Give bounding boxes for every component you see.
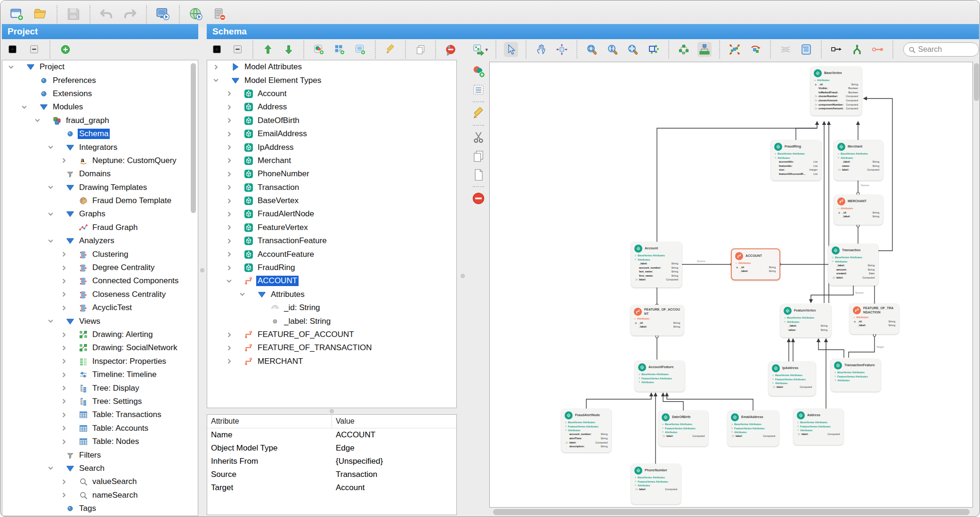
- project-tree-item-neptune-customquery[interactable]: aNeptune: CustomQuery: [2, 154, 198, 167]
- node-section-basevertex-attributes[interactable]: BaseVertex Attributes: [658, 422, 708, 426]
- chevron-right-icon[interactable]: [60, 264, 79, 271]
- chevron-right-icon[interactable]: [226, 224, 244, 231]
- chevron-right-icon[interactable]: [60, 358, 79, 365]
- node-section-basevertex-attributes[interactable]: BaseVertex Attributes: [561, 420, 611, 424]
- node-section-basevertex-attributes[interactable]: BaseVertex Attributes: [635, 372, 685, 376]
- server-stop-button[interactable]: [211, 6, 227, 22]
- node-section-featurevertex-attributes[interactable]: FeatureVertex Attributes: [561, 424, 611, 428]
- chevron-right-icon[interactable]: [60, 291, 79, 298]
- schema-add-grid-button[interactable]: [334, 43, 345, 56]
- project-tree-item-analyzers[interactable]: Analyzers: [2, 234, 198, 247]
- chevron-right-icon[interactable]: [60, 385, 79, 392]
- diagram-node-phonenumber[interactable]: PhoneNumberBaseVertex AttributesFeatureV…: [631, 464, 681, 504]
- schema-edit-pencil-button[interactable]: [385, 43, 396, 56]
- project-tree-item-drawing-socialnetwork[interactable]: Drawing: SocialNetwork: [2, 341, 198, 354]
- chevron-right-icon[interactable]: [226, 197, 244, 205]
- chevron-right-icon[interactable]: [226, 238, 244, 245]
- project-tree-item-table-nodes[interactable]: Table: Nodes: [2, 435, 198, 448]
- schema-edge[interactable]: [663, 393, 683, 410]
- canvas-cursor-button[interactable]: [504, 42, 518, 57]
- schema-tree-item-transaction[interactable]: Transaction: [207, 181, 456, 194]
- node-section-attributes[interactable]: Attributes: [834, 156, 883, 159]
- schema-add-drawing-button[interactable]: [313, 43, 324, 56]
- project-tree-item-drawing-templates[interactable]: Drawing Templates: [2, 181, 198, 194]
- node-section-featurevertex-attributes[interactable]: FeatureVertex Attributes: [831, 374, 881, 378]
- node-section-attributes[interactable]: Attributes: [561, 428, 611, 432]
- project-tree-item-inspector-properties[interactable]: Inspector: Properties: [2, 355, 198, 368]
- project-tree-item-fraud-graph[interactable]: Fraud Graph: [2, 221, 198, 234]
- project-tree-item-filters[interactable]: Filters: [2, 448, 198, 461]
- schema-tree-item-feature-of-transaction[interactable]: FEATURE_OF_TRANSACTION: [207, 341, 456, 354]
- canvas-side-scissors-button[interactable]: [471, 130, 486, 144]
- chevron-right-icon[interactable]: [226, 345, 244, 352]
- project-add-green-button[interactable]: [59, 43, 72, 56]
- canvas-export-button[interactable]: ▾: [473, 42, 488, 57]
- schema-tree-item-feature-of-account[interactable]: FEATURE_OF_ACCOUNT: [207, 328, 456, 341]
- canvas-side-page-button[interactable]: [471, 168, 486, 182]
- canvas-zoom-fit-button[interactable]: [626, 42, 640, 57]
- inspector-row-source[interactable]: SourceTransaction: [207, 468, 456, 481]
- inspector-col-value[interactable]: Value: [332, 415, 456, 428]
- project-tree-item-drawing-alerting[interactable]: Drawing: Alerting: [2, 328, 198, 341]
- schema-canvas-splitter[interactable]: [461, 274, 465, 278]
- canvas-side-edit-pencil-button[interactable]: [471, 107, 486, 121]
- project-expand-all-button[interactable]: [7, 43, 19, 56]
- diagram-node-feature_of_transaction[interactable]: FEATURE_OF_TRANSACTIONAttributes◉_id:Str…: [850, 304, 899, 334]
- chevron-right-icon[interactable]: [226, 264, 244, 271]
- diagram-node-basevertex[interactable]: BaseVertexAttributes◉_id:StringVisible:B…: [810, 66, 862, 115]
- diagram-node-accountfeature[interactable]: AccountFeatureBaseVertex AttributesFeatu…: [635, 361, 685, 392]
- project-tree-item-fraud-graph[interactable]: fraud_graph: [2, 114, 198, 127]
- chevron-right-icon[interactable]: [60, 345, 79, 352]
- canvas-layout-expand-button[interactable]: [728, 42, 742, 57]
- project-tree-item-table-transactions[interactable]: Table: Transactions: [2, 408, 198, 421]
- chevron-right-icon[interactable]: [60, 157, 79, 164]
- chevron-right-icon[interactable]: [226, 104, 244, 111]
- diagram-node-ipaddress[interactable]: IpAddressBaseVertex AttributesFeatureVer…: [769, 361, 816, 396]
- canvas-layout-rotate-button[interactable]: [748, 42, 762, 57]
- project-tree-item-tree-display[interactable]: Tree: Display: [2, 381, 198, 394]
- project-tree-item-integrators[interactable]: Integrators: [2, 140, 198, 154]
- project-scrollbar[interactable]: [191, 63, 196, 213]
- node-section-basevertex-attributes[interactable]: BaseVertex Attributes: [631, 476, 681, 479]
- chevron-right-icon[interactable]: [60, 371, 79, 378]
- schema-tree-item-basevertex[interactable]: BaseVertex: [207, 194, 456, 207]
- node-section-basevertex-attributes[interactable]: BaseVertex Attributes: [794, 420, 843, 424]
- schema-tree-item-dateofbirth[interactable]: DateOfBirth: [207, 114, 456, 127]
- run-web-button[interactable]: [188, 6, 204, 22]
- project-tree-item-domains[interactable]: Domains: [2, 167, 198, 181]
- node-section-basevertex-attributes[interactable]: BaseVertex Attributes: [831, 370, 881, 374]
- project-tree-item-views[interactable]: Views: [2, 314, 198, 328]
- project-tree-item-tree-settings[interactable]: Tree: Settings: [2, 395, 198, 408]
- node-section-featurevertex-attributes[interactable]: FeatureVertex Attributes: [635, 376, 685, 380]
- chevron-right-icon[interactable]: [60, 304, 79, 312]
- chevron-down-icon[interactable]: [239, 291, 257, 298]
- node-section-attributes[interactable]: Attributes: [728, 430, 779, 434]
- schema-tree-item--label-string[interactable]: _label: String: [207, 314, 456, 328]
- node-section-basevertex-attributes[interactable]: BaseVertex Attributes: [828, 255, 878, 259]
- project-tree-item-preferences[interactable]: Preferences: [2, 74, 198, 87]
- schema-tree-item-address[interactable]: Address: [207, 100, 456, 114]
- project-tree-item-valuesearch[interactable]: valueSearch: [2, 475, 198, 488]
- canvas-horizontal-scrollbar[interactable]: [493, 509, 970, 515]
- diagram-node-fraudring[interactable]: FraudRingBaseVertex AttributesAttributes…: [771, 140, 821, 181]
- diagram-node-feature_of_account[interactable]: FEATURE_OF_ACCOUNTAttributes◉_id:String_…: [631, 305, 684, 336]
- inspector-row-object-model-type[interactable]: Object Model TypeEdge: [207, 442, 456, 455]
- node-section-featurevertex-attributes[interactable]: FeatureVertex Attributes: [769, 377, 816, 381]
- project-tree-item-schema[interactable]: Schema: [2, 127, 198, 140]
- schema-diagram-canvas[interactable]: SourceSourceSourceTargetBaseVertexAttrib…: [489, 62, 973, 508]
- project-tree-item-project[interactable]: Project: [2, 60, 198, 74]
- node-section-attributes[interactable]: Attributes: [732, 261, 779, 265]
- chevron-right-icon[interactable]: [60, 492, 79, 499]
- chevron-right-icon[interactable]: [226, 131, 244, 138]
- canvas-zoom-marquee-button[interactable]: [585, 42, 599, 57]
- schema-tree-item-merchant[interactable]: MERCHANT: [207, 355, 456, 368]
- chevron-right-icon[interactable]: [226, 171, 244, 178]
- schema-tree-item-transactionfeature[interactable]: TransactionFeature: [207, 234, 456, 247]
- schema-move-down-button[interactable]: [283, 43, 294, 56]
- node-section-attributes[interactable]: Attributes: [780, 320, 831, 323]
- diagram-node-dateofbirth[interactable]: DateOfBirthBaseVertex AttributesFeatureV…: [658, 410, 708, 446]
- chevron-down-icon[interactable]: [47, 238, 65, 245]
- schema-tree-item-merchant[interactable]: Merchant: [207, 154, 456, 167]
- run-client-button[interactable]: [155, 6, 171, 22]
- new-window-button[interactable]: [9, 6, 25, 22]
